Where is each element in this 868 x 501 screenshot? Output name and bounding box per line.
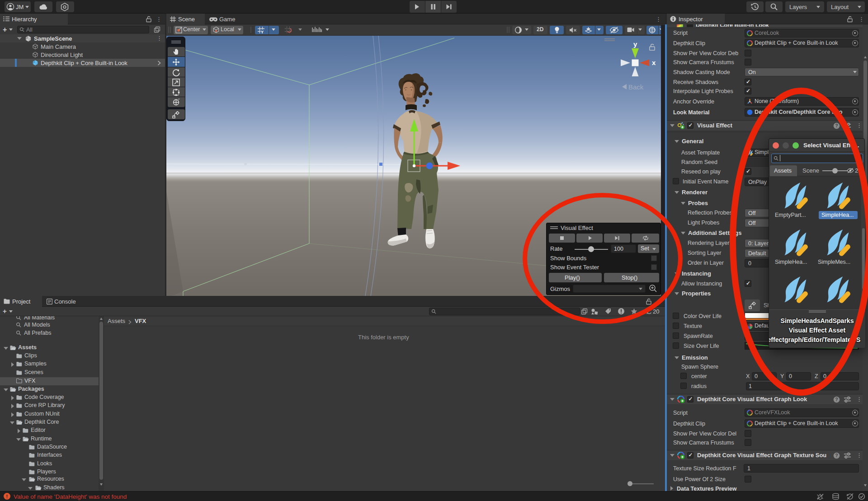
svg-text:Back: Back xyxy=(628,83,644,91)
svg-text:?: ? xyxy=(835,397,838,402)
svg-text:x: x xyxy=(652,59,656,66)
svg-text:Y: Y xyxy=(261,30,264,34)
svg-text:?: ? xyxy=(835,123,838,128)
svg-text:?: ? xyxy=(835,453,838,458)
svg-text:y: y xyxy=(633,40,637,48)
